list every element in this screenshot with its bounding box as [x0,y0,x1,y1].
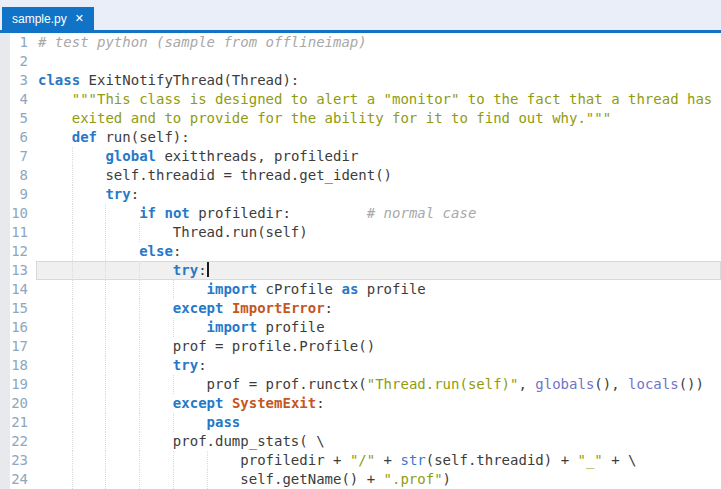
indent-guide [173,413,174,432]
indent-guide [173,318,174,337]
token: SystemExit [232,395,316,411]
token: run(self): [97,129,190,145]
code-line[interactable]: 5 exited and to provide for the ability … [0,109,721,128]
token: prof.dump_stats( \ [38,433,325,449]
token: + \ [603,452,637,468]
indent-guide [139,375,140,394]
code-line[interactable]: 18 try: [0,356,721,375]
code-line[interactable]: 11 Thread.run(self) [0,223,721,242]
indent-guide [105,413,106,432]
code-text: if not profiledir: # normal case [36,204,721,223]
indent-guide [105,337,106,356]
token [38,281,207,297]
code-line[interactable]: 15 except ImportError: [0,299,721,318]
token: # normal case [367,205,477,221]
code-line[interactable]: 6 def run(self): [0,128,721,147]
token: ImportError [232,300,325,316]
token: + [375,452,400,468]
code-line[interactable]: 19 prof = prof.runctx("Thread.run(self)"… [0,375,721,394]
code-text: import cProfile as profile [36,280,721,299]
line-number: 13 [0,261,36,280]
code-line[interactable]: 23 profiledir + "/" + str(self.threadid)… [0,451,721,470]
line-number: 5 [0,109,36,128]
token [38,319,207,335]
indent-guide [72,375,73,394]
indent-guide [139,261,140,280]
code-lines: 1# test python (sample from offlineimap)… [0,33,721,489]
code-editor[interactable]: 1# test python (sample from offlineimap)… [0,33,721,489]
line-number: 14 [0,280,36,299]
indent-guide [139,223,140,242]
line-number: 21 [0,413,36,432]
token: self.getName() + [38,471,384,487]
token: : [173,243,181,259]
token: "Thread.run(self)" [367,376,519,392]
token: ) [443,471,451,487]
token: Thread.run(self) [38,224,308,240]
code-text: global exitthreads, profiledir [36,147,721,166]
line-number: 4 [0,90,36,109]
code-text: prof = profile.Profile() [36,337,721,356]
code-line[interactable]: 10 if not profiledir: # normal case [0,204,721,223]
code-line[interactable]: 13 try: [0,261,721,280]
line-number: 20 [0,394,36,413]
code-line[interactable]: 14 import cProfile as profile [0,280,721,299]
token: class [38,72,80,88]
line-number: 15 [0,299,36,318]
indent-guide [72,299,73,318]
indent-guide [105,470,106,489]
token: : [198,357,206,373]
line-number: 9 [0,185,36,204]
indent-guide [72,356,73,375]
indent-guide [139,356,140,375]
token: as [341,281,358,297]
indent-guide [72,394,73,413]
indent-guide [207,470,208,489]
indent-guide [173,280,174,299]
indent-guide [139,299,140,318]
code-line[interactable]: 2 [0,52,721,71]
line-number: 8 [0,166,36,185]
token [38,91,72,107]
indent-guide [173,375,174,394]
indent-guide [105,375,106,394]
line-number: 17 [0,337,36,356]
code-line[interactable]: 3class ExitNotifyThread(Thread): [0,71,721,90]
code-line[interactable]: 21 pass [0,413,721,432]
token: # test python (sample from offlineimap) [38,34,367,50]
code-line[interactable]: 8 self.threadid = thread.get_ident() [0,166,721,185]
token: (self.threadid) + [426,452,578,468]
code-line[interactable]: 22 prof.dump_stats( \ [0,432,721,451]
token: , [518,376,535,392]
editor-window: sample.py ✕ 1# test python (sample from … [0,0,721,489]
token [38,243,139,259]
indent-guide [105,356,106,375]
code-line[interactable]: 7 global exitthreads, profiledir [0,147,721,166]
token: exited and to provide for the ability fo… [72,110,611,126]
code-line[interactable]: 9 try: [0,185,721,204]
token: ()) [679,376,704,392]
line-number: 1 [0,33,36,52]
code-text: Thread.run(self) [36,223,721,242]
tab-sample-py[interactable]: sample.py ✕ [2,7,94,30]
code-line[interactable]: 17 prof = profile.Profile() [0,337,721,356]
indent-guide [72,204,73,223]
token: profiledir + [38,452,350,468]
indent-guide [72,337,73,356]
indent-guide [72,147,73,166]
code-text: try: [36,356,721,375]
code-line[interactable]: 20 except SystemExit: [0,394,721,413]
indent-guide [139,413,140,432]
token: """This class is designed to alert a "mo… [72,91,713,107]
code-line[interactable]: 16 import profile [0,318,721,337]
code-line[interactable]: 4 """This class is designed to alert a "… [0,90,721,109]
close-icon[interactable]: ✕ [75,13,84,24]
code-text: """This class is designed to alert a "mo… [36,90,721,109]
indent-guide [105,318,106,337]
code-line[interactable]: 1# test python (sample from offlineimap) [0,33,721,52]
code-line[interactable]: 12 else: [0,242,721,261]
code-text: pass [36,413,721,432]
token: cProfile [257,281,341,297]
code-line[interactable]: 24 self.getName() + ".prof") [0,470,721,489]
token: except [173,300,224,316]
